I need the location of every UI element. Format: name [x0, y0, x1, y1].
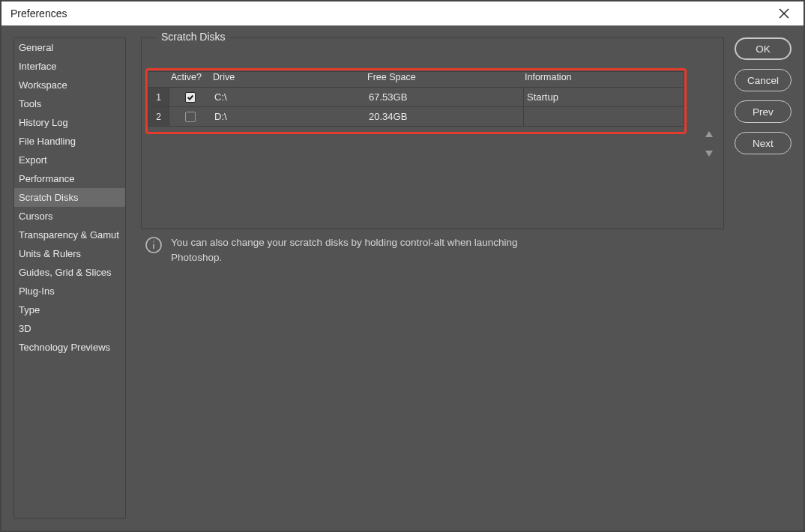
sidebar-item-general[interactable]: General — [14, 38, 125, 57]
triangle-down-icon — [705, 149, 714, 158]
information-cell: Startup — [523, 88, 684, 106]
sidebar-item-technology-previews[interactable]: Technology Previews — [14, 338, 125, 357]
table-row[interactable]: 2D:\20.34GB — [148, 106, 684, 126]
cancel-button[interactable]: Cancel — [735, 69, 792, 91]
reorder-buttons — [701, 128, 717, 160]
dialog-buttons: OK Cancel Prev Next — [735, 37, 792, 154]
sidebar-item-workspace[interactable]: Workspace — [14, 76, 125, 94]
hint-row: You can also change your scratch disks b… — [141, 229, 724, 270]
disk-table: Active? Drive Free Space Information 1C:… — [148, 71, 684, 127]
information-cell — [523, 107, 684, 126]
sidebar-item-cursors[interactable]: Cursors — [14, 207, 125, 226]
prev-button[interactable]: Prev — [735, 100, 792, 123]
close-icon — [779, 8, 789, 19]
sidebar-item-transparency-gamut[interactable]: Transparency & Gamut — [14, 226, 125, 244]
sidebar-item-type[interactable]: Type — [14, 300, 125, 319]
table-header: Active? Drive Free Space Information — [148, 72, 684, 87]
window-title: Preferences — [10, 7, 67, 19]
free-space-cell: 20.34GB — [366, 111, 523, 122]
panel-title: Scratch Disks — [157, 31, 230, 43]
col-active: Active? — [169, 72, 211, 87]
category-sidebar: GeneralInterfaceWorkspaceToolsHistory Lo… — [13, 37, 126, 519]
sidebar-item-file-handling[interactable]: File Handling — [14, 132, 125, 151]
svg-marker-2 — [705, 131, 713, 137]
sidebar-item-guides-grid-slices[interactable]: Guides, Grid & Slices — [14, 263, 125, 282]
sidebar-item-performance[interactable]: Performance — [14, 169, 125, 188]
active-checkbox[interactable] — [185, 92, 196, 103]
triangle-up-icon — [705, 130, 714, 139]
col-information: Information — [523, 72, 684, 87]
active-checkbox[interactable] — [185, 112, 196, 122]
sidebar-item-history-log[interactable]: History Log — [14, 113, 125, 132]
drive-cell: C:\ — [211, 91, 366, 103]
col-free-space: Free Space — [366, 72, 523, 87]
drive-cell: D:\ — [211, 111, 366, 122]
col-drive: Drive — [211, 72, 366, 87]
free-space-cell: 67.53GB — [366, 91, 523, 103]
close-button[interactable] — [774, 3, 795, 24]
sidebar-item-3d[interactable]: 3D — [14, 319, 125, 338]
sidebar-item-plug-ins[interactable]: Plug-Ins — [14, 282, 125, 300]
scratch-disks-panel: Scratch Disks Active? Drive Free Space I… — [141, 37, 724, 229]
row-index: 2 — [148, 107, 169, 126]
move-up-button[interactable] — [702, 128, 716, 140]
svg-marker-3 — [705, 151, 713, 157]
hint-text: You can also change your scratch disks b… — [171, 235, 561, 265]
sidebar-item-scratch-disks[interactable]: Scratch Disks — [14, 188, 125, 207]
preferences-body: GeneralInterfaceWorkspaceToolsHistory Lo… — [0, 25, 805, 532]
sidebar-item-tools[interactable]: Tools — [14, 94, 125, 113]
title-bar: Preferences — [0, 0, 805, 25]
ok-button[interactable]: OK — [735, 37, 792, 60]
row-index: 1 — [148, 88, 169, 106]
next-button[interactable]: Next — [735, 132, 792, 154]
sidebar-item-units-rulers[interactable]: Units & Rulers — [14, 244, 125, 263]
table-row[interactable]: 1C:\67.53GBStartup — [148, 87, 684, 106]
info-icon — [144, 235, 163, 255]
sidebar-item-interface[interactable]: Interface — [14, 57, 125, 76]
move-down-button[interactable] — [702, 148, 716, 160]
sidebar-item-export[interactable]: Export — [14, 151, 125, 169]
